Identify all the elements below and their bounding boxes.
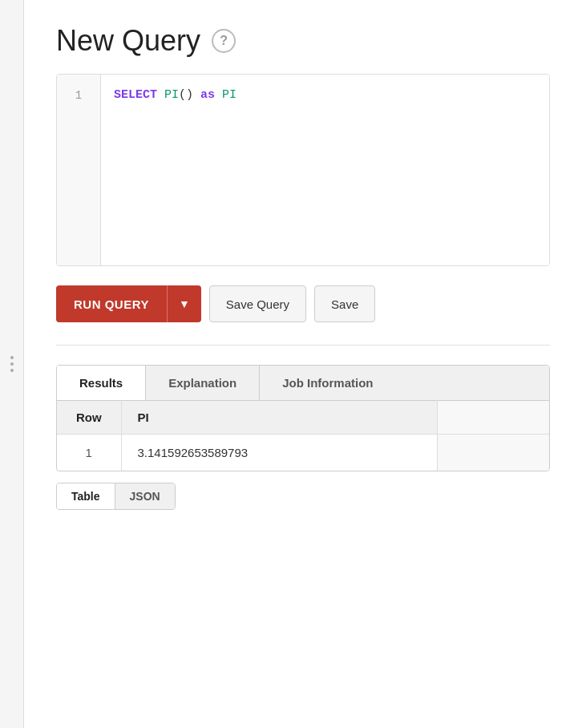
- token-space-1: [157, 86, 164, 105]
- edge-dots: [10, 356, 14, 372]
- token-as: as: [200, 86, 215, 105]
- table-row: 1 3.141592653589793: [57, 435, 549, 471]
- run-query-button[interactable]: RUN QUERY: [56, 285, 167, 322]
- tab-job-information[interactable]: Job Information: [260, 366, 395, 400]
- tab-results[interactable]: Results: [57, 366, 146, 400]
- col-header-row: Row: [57, 401, 121, 435]
- cell-row-num: 1: [57, 435, 121, 471]
- run-query-dropdown-button[interactable]: ▼: [167, 285, 201, 322]
- format-buttons: Table JSON: [56, 483, 176, 510]
- save-button[interactable]: Save: [314, 285, 375, 322]
- results-section: Results Explanation Job Information Row: [56, 365, 550, 510]
- left-edge-bar: [0, 0, 24, 728]
- code-line-1: SELECT PI () as PI: [114, 86, 536, 105]
- token-pi-func: PI: [164, 86, 179, 105]
- token-space-2: [193, 86, 200, 105]
- tabs-and-table: Results Explanation Job Information Row: [56, 365, 550, 471]
- help-icon[interactable]: ?: [212, 29, 236, 53]
- results-tabs: Results Explanation Job Information: [57, 366, 549, 400]
- token-pi-alias: PI: [222, 86, 236, 105]
- line-numbers: 1: [57, 75, 101, 265]
- col-header-pi: PI: [121, 401, 437, 435]
- results-table: Row PI 1 3.141592653589793: [57, 400, 549, 471]
- page-title: New Query: [56, 24, 200, 58]
- toolbar: RUN QUERY ▼ Save Query Save: [56, 285, 550, 322]
- line-number-1: 1: [64, 86, 93, 105]
- page-header: New Query ?: [56, 24, 550, 58]
- token-parens: (): [179, 86, 193, 105]
- format-json-button[interactable]: JSON: [115, 483, 175, 509]
- table-header-row: Row PI: [57, 401, 549, 435]
- code-editor[interactable]: 1 SELECT PI () as PI: [56, 74, 550, 266]
- dropdown-arrow-icon: ▼: [179, 297, 190, 310]
- token-select: SELECT: [114, 86, 157, 105]
- token-space-3: [215, 86, 222, 105]
- tab-explanation[interactable]: Explanation: [146, 366, 260, 400]
- col-header-empty: [437, 401, 549, 435]
- save-query-button[interactable]: Save Query: [209, 285, 306, 322]
- code-content-area[interactable]: SELECT PI () as PI: [101, 75, 549, 265]
- run-query-group: RUN QUERY ▼: [56, 285, 201, 322]
- cell-empty: [437, 435, 549, 471]
- divider: [56, 345, 550, 346]
- format-table-button[interactable]: Table: [57, 483, 115, 509]
- cell-pi-value: 3.141592653589793: [121, 435, 437, 471]
